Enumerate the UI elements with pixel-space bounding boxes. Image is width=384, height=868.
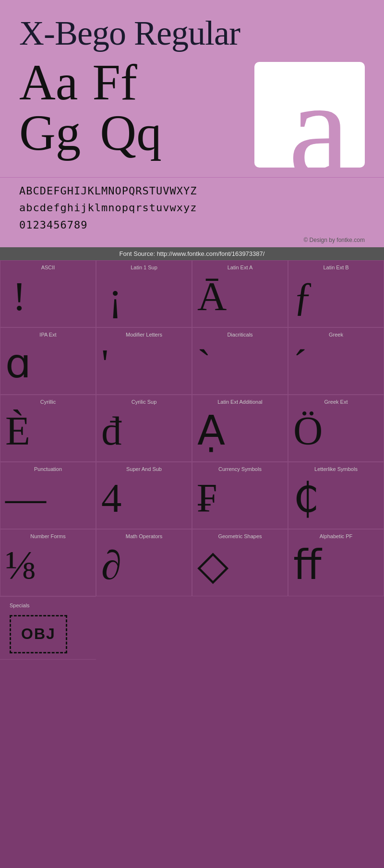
glyph-char: ƒ [293,276,314,317]
glyph-label: Latin Ext Additional [217,399,263,405]
alphabet-upper: ABCDEFGHIJKLMNOPQRSTUVWXYZ [19,182,365,199]
digits: 0123456789 [19,217,365,233]
glyph-char: ɑ [5,343,31,384]
glyph-char: ₣ [197,478,218,518]
glyph-char: đ [101,410,122,451]
glyph-label: Letterlike Symbols [314,466,358,472]
source-bar: Font Source: http://www.fontke.com/font/… [0,247,384,260]
glyph-label: Modifier Letters [126,332,162,338]
glyph-cell-punctuation: Punctuation — [0,462,96,529]
glyph-cell-latin1sup: Latin 1 Sup ¡ [96,260,192,327]
glyph-label: Latin Ext B [323,265,348,270]
glyph-grid: ASCII ! Latin 1 Sup ¡ Latin Ext A Ā Lati… [0,260,384,596]
glyph-label: Math Operators [126,533,162,539]
alphabet-lower: abcdefghijklmnopqrstuvwxyz [19,199,365,216]
header: X-Bego Regular Aa Ff Gg Qq a [0,0,384,177]
glyph-label: Diacriticals [227,332,252,338]
specials-cell: Specials OBJ [0,596,96,660]
glyph-label: Punctuation [34,466,62,472]
font-title: X-Bego Regular [19,14,365,52]
glyph-label: Geometric Shapes [218,533,262,539]
glyph-cell-alphabeticpf: Alphabetic PF ﬀ [288,529,384,596]
glyph-char: ◇ [197,545,228,586]
glyph-cell-ascii: ASCII ! [0,260,96,327]
glyph-char: ` [197,343,211,384]
glyph-cell-currency: Currency Symbols ₣ [192,462,288,529]
glyph-char: Ạ [197,410,225,451]
alphabet-section: ABCDEFGHIJKLMNOPQRSTUVWXYZ abcdefghijklm… [0,177,384,236]
glyph-cell-letterlike: Letterlike Symbols ₵ [288,462,384,529]
glyph-label: ASCII [41,265,55,270]
copyright: © Design by fontke.com [0,236,384,247]
glyph-cell-latinextadd: Latin Ext Additional Ạ [192,395,288,462]
glyph-label: Greek [329,332,343,338]
glyph-cell-latinextb: Latin Ext B ƒ [288,260,384,327]
glyph-cell-geoshapes: Geometric Shapes ◇ [192,529,288,596]
glyph-label: IPA Ext [39,332,56,338]
glyph-char: ' [101,343,108,384]
glyph-char: ₵ [293,478,319,518]
glyph-cell-mathops: Math Operators ∂ [96,529,192,596]
letter-Gg: Gg [19,108,81,158]
obj-box: OBJ [10,615,67,653]
specials-section: Specials OBJ [0,596,384,674]
glyph-cell-modletters: Modifier Letters ' [96,327,192,395]
glyph-label: Cyrilic Sup [132,399,157,405]
glyph-char: ! [12,276,26,317]
glyph-char: È [5,410,30,451]
glyph-label: Cyrillic [40,399,56,405]
glyph-cell-superandsub: Super And Sub 4 [96,462,192,529]
letter-Qq: Qq [100,108,161,158]
glyph-label: Latin Ext A [228,265,253,270]
glyph-char: — [5,478,46,518]
glyph-cell-greekext: Greek Ext Ö [288,395,384,462]
glyph-cell-cyrillicsup: Cyrilic Sup đ [96,395,192,462]
glyph-char: Ö [293,410,323,451]
glyph-char: 4 [101,478,122,518]
glyph-cell-latinexta: Latin Ext A Ā [192,260,288,327]
letter-showcase: a [254,62,365,168]
glyph-label: Latin 1 Sup [131,265,157,270]
glyph-cell-greek: Greek ´ [288,327,384,395]
glyph-char: Ā [197,276,227,317]
glyph-char: ´ [293,343,307,384]
letter-Aa: Aa [19,57,78,108]
showcase-letter: a [288,70,350,168]
glyph-label: Super And Sub [126,466,162,472]
glyph-cell-numberforms: Number Forms ⅛ [0,529,96,596]
glyph-label: Number Forms [30,533,65,539]
glyph-char: ⅛ [5,545,36,586]
specials-label: Specials [10,603,30,608]
glyph-char: ﬀ [293,545,322,586]
glyph-char: ¡ [108,276,122,317]
glyph-label: Greek Ext [324,399,348,405]
glyph-label: Currency Symbols [218,466,262,472]
glyph-char: ∂ [101,545,121,586]
letter-Ff: Ff [92,57,137,108]
glyph-cell-ipaext: IPA Ext ɑ [0,327,96,395]
glyph-cell-diacriticals: Diacriticals ` [192,327,288,395]
obj-text: OBJ [21,625,56,643]
glyph-cell-cyrillic: Cyrillic È [0,395,96,462]
glyph-label: Alphabetic PF [320,533,352,539]
